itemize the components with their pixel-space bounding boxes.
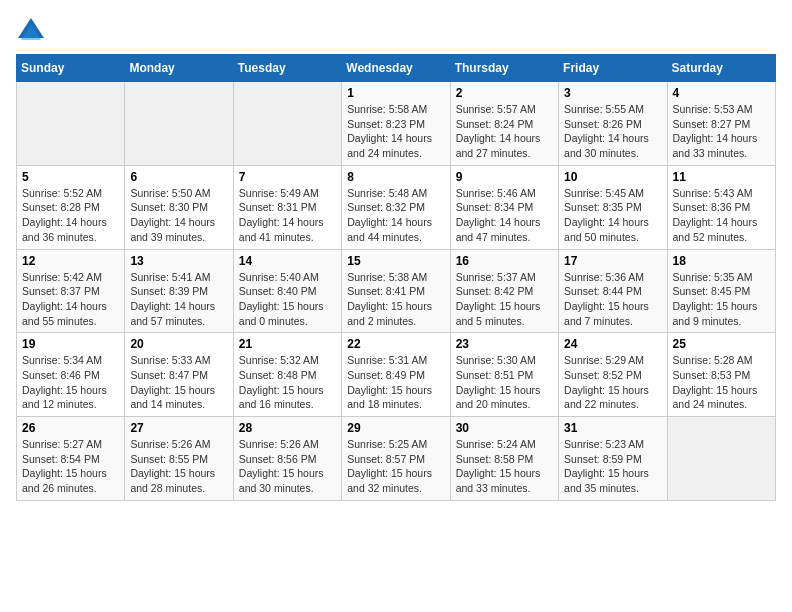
calendar-week-row: 1Sunrise: 5:58 AM Sunset: 8:23 PM Daylig… [17,82,776,166]
day-number: 4 [673,86,770,100]
day-detail: Sunrise: 5:43 AM Sunset: 8:36 PM Dayligh… [673,186,770,245]
day-number: 6 [130,170,227,184]
calendar-cell: 9Sunrise: 5:46 AM Sunset: 8:34 PM Daylig… [450,165,558,249]
calendar-cell: 3Sunrise: 5:55 AM Sunset: 8:26 PM Daylig… [559,82,667,166]
day-number: 2 [456,86,553,100]
day-number: 8 [347,170,444,184]
calendar-cell: 1Sunrise: 5:58 AM Sunset: 8:23 PM Daylig… [342,82,450,166]
day-number: 13 [130,254,227,268]
calendar-cell: 16Sunrise: 5:37 AM Sunset: 8:42 PM Dayli… [450,249,558,333]
calendar-cell: 20Sunrise: 5:33 AM Sunset: 8:47 PM Dayli… [125,333,233,417]
calendar-cell: 11Sunrise: 5:43 AM Sunset: 8:36 PM Dayli… [667,165,775,249]
day-detail: Sunrise: 5:49 AM Sunset: 8:31 PM Dayligh… [239,186,336,245]
calendar-cell: 23Sunrise: 5:30 AM Sunset: 8:51 PM Dayli… [450,333,558,417]
day-detail: Sunrise: 5:36 AM Sunset: 8:44 PM Dayligh… [564,270,661,329]
day-detail: Sunrise: 5:32 AM Sunset: 8:48 PM Dayligh… [239,353,336,412]
calendar-cell: 18Sunrise: 5:35 AM Sunset: 8:45 PM Dayli… [667,249,775,333]
day-number: 11 [673,170,770,184]
day-detail: Sunrise: 5:38 AM Sunset: 8:41 PM Dayligh… [347,270,444,329]
day-number: 14 [239,254,336,268]
calendar-cell: 13Sunrise: 5:41 AM Sunset: 8:39 PM Dayli… [125,249,233,333]
day-detail: Sunrise: 5:46 AM Sunset: 8:34 PM Dayligh… [456,186,553,245]
day-number: 10 [564,170,661,184]
day-number: 23 [456,337,553,351]
day-of-week-header: Friday [559,55,667,82]
day-detail: Sunrise: 5:58 AM Sunset: 8:23 PM Dayligh… [347,102,444,161]
day-detail: Sunrise: 5:35 AM Sunset: 8:45 PM Dayligh… [673,270,770,329]
calendar-cell: 6Sunrise: 5:50 AM Sunset: 8:30 PM Daylig… [125,165,233,249]
calendar-cell: 5Sunrise: 5:52 AM Sunset: 8:28 PM Daylig… [17,165,125,249]
calendar-cell: 28Sunrise: 5:26 AM Sunset: 8:56 PM Dayli… [233,417,341,501]
day-detail: Sunrise: 5:53 AM Sunset: 8:27 PM Dayligh… [673,102,770,161]
day-detail: Sunrise: 5:40 AM Sunset: 8:40 PM Dayligh… [239,270,336,329]
calendar-cell: 25Sunrise: 5:28 AM Sunset: 8:53 PM Dayli… [667,333,775,417]
day-number: 29 [347,421,444,435]
day-detail: Sunrise: 5:33 AM Sunset: 8:47 PM Dayligh… [130,353,227,412]
day-detail: Sunrise: 5:42 AM Sunset: 8:37 PM Dayligh… [22,270,119,329]
day-detail: Sunrise: 5:41 AM Sunset: 8:39 PM Dayligh… [130,270,227,329]
day-number: 22 [347,337,444,351]
day-number: 15 [347,254,444,268]
calendar-cell: 2Sunrise: 5:57 AM Sunset: 8:24 PM Daylig… [450,82,558,166]
day-number: 3 [564,86,661,100]
day-number: 12 [22,254,119,268]
day-number: 18 [673,254,770,268]
day-of-week-header: Monday [125,55,233,82]
day-detail: Sunrise: 5:55 AM Sunset: 8:26 PM Dayligh… [564,102,661,161]
calendar-cell: 27Sunrise: 5:26 AM Sunset: 8:55 PM Dayli… [125,417,233,501]
day-number: 20 [130,337,227,351]
day-of-week-header: Tuesday [233,55,341,82]
day-detail: Sunrise: 5:48 AM Sunset: 8:32 PM Dayligh… [347,186,444,245]
day-of-week-header: Saturday [667,55,775,82]
day-number: 1 [347,86,444,100]
day-number: 26 [22,421,119,435]
calendar-cell [667,417,775,501]
calendar-cell: 21Sunrise: 5:32 AM Sunset: 8:48 PM Dayli… [233,333,341,417]
calendar-week-row: 12Sunrise: 5:42 AM Sunset: 8:37 PM Dayli… [17,249,776,333]
page-header [16,16,776,46]
day-of-week-header: Thursday [450,55,558,82]
calendar-cell: 12Sunrise: 5:42 AM Sunset: 8:37 PM Dayli… [17,249,125,333]
calendar-cell: 14Sunrise: 5:40 AM Sunset: 8:40 PM Dayli… [233,249,341,333]
day-number: 31 [564,421,661,435]
day-number: 27 [130,421,227,435]
day-number: 30 [456,421,553,435]
day-detail: Sunrise: 5:23 AM Sunset: 8:59 PM Dayligh… [564,437,661,496]
day-detail: Sunrise: 5:29 AM Sunset: 8:52 PM Dayligh… [564,353,661,412]
day-detail: Sunrise: 5:31 AM Sunset: 8:49 PM Dayligh… [347,353,444,412]
calendar-cell: 26Sunrise: 5:27 AM Sunset: 8:54 PM Dayli… [17,417,125,501]
calendar-cell: 22Sunrise: 5:31 AM Sunset: 8:49 PM Dayli… [342,333,450,417]
day-of-week-header: Wednesday [342,55,450,82]
calendar-cell: 29Sunrise: 5:25 AM Sunset: 8:57 PM Dayli… [342,417,450,501]
calendar-cell: 15Sunrise: 5:38 AM Sunset: 8:41 PM Dayli… [342,249,450,333]
calendar-cell: 17Sunrise: 5:36 AM Sunset: 8:44 PM Dayli… [559,249,667,333]
days-header-row: SundayMondayTuesdayWednesdayThursdayFrid… [17,55,776,82]
day-number: 28 [239,421,336,435]
calendar-cell: 30Sunrise: 5:24 AM Sunset: 8:58 PM Dayli… [450,417,558,501]
calendar-cell: 8Sunrise: 5:48 AM Sunset: 8:32 PM Daylig… [342,165,450,249]
day-detail: Sunrise: 5:50 AM Sunset: 8:30 PM Dayligh… [130,186,227,245]
day-number: 25 [673,337,770,351]
logo-icon [16,16,46,46]
day-detail: Sunrise: 5:26 AM Sunset: 8:56 PM Dayligh… [239,437,336,496]
calendar-week-row: 19Sunrise: 5:34 AM Sunset: 8:46 PM Dayli… [17,333,776,417]
day-detail: Sunrise: 5:24 AM Sunset: 8:58 PM Dayligh… [456,437,553,496]
calendar-cell: 24Sunrise: 5:29 AM Sunset: 8:52 PM Dayli… [559,333,667,417]
calendar-cell: 10Sunrise: 5:45 AM Sunset: 8:35 PM Dayli… [559,165,667,249]
day-detail: Sunrise: 5:27 AM Sunset: 8:54 PM Dayligh… [22,437,119,496]
calendar-week-row: 26Sunrise: 5:27 AM Sunset: 8:54 PM Dayli… [17,417,776,501]
day-detail: Sunrise: 5:30 AM Sunset: 8:51 PM Dayligh… [456,353,553,412]
day-detail: Sunrise: 5:34 AM Sunset: 8:46 PM Dayligh… [22,353,119,412]
day-detail: Sunrise: 5:37 AM Sunset: 8:42 PM Dayligh… [456,270,553,329]
day-number: 5 [22,170,119,184]
calendar-table: SundayMondayTuesdayWednesdayThursdayFrid… [16,54,776,501]
day-number: 24 [564,337,661,351]
day-detail: Sunrise: 5:28 AM Sunset: 8:53 PM Dayligh… [673,353,770,412]
day-number: 19 [22,337,119,351]
calendar-cell: 19Sunrise: 5:34 AM Sunset: 8:46 PM Dayli… [17,333,125,417]
day-detail: Sunrise: 5:26 AM Sunset: 8:55 PM Dayligh… [130,437,227,496]
calendar-cell [233,82,341,166]
day-detail: Sunrise: 5:57 AM Sunset: 8:24 PM Dayligh… [456,102,553,161]
calendar-cell [125,82,233,166]
calendar-cell: 4Sunrise: 5:53 AM Sunset: 8:27 PM Daylig… [667,82,775,166]
